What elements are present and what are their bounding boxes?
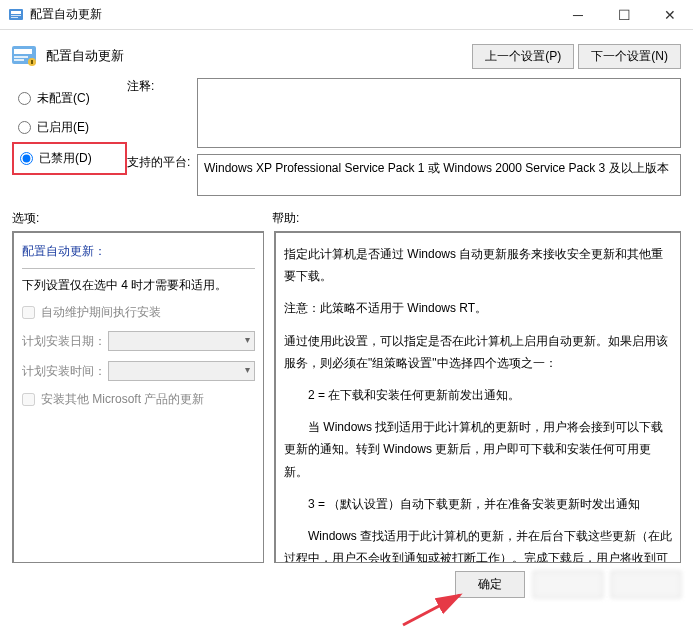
help-p3: 通过使用此设置，可以指定是否在此计算机上启用自动更新。如果启用该服务，则必须在"… bbox=[284, 330, 672, 374]
plan-day-select[interactable] bbox=[108, 331, 255, 351]
ok-button[interactable]: 确定 bbox=[455, 571, 525, 598]
svg-rect-9 bbox=[31, 60, 33, 64]
plan-day-row: 计划安装日期： bbox=[22, 331, 255, 351]
options-panel: 配置自动更新： 下列设置仅在选中 4 时才需要和适用。 自动维护期间执行安装 计… bbox=[12, 231, 264, 563]
svg-rect-7 bbox=[14, 59, 24, 61]
platform-label: 支持的平台: bbox=[127, 154, 197, 196]
radio-disabled-input[interactable] bbox=[20, 152, 33, 165]
radio-disabled[interactable]: 已禁用(D) bbox=[12, 142, 127, 175]
window-controls: ─ ☐ ✕ bbox=[555, 0, 693, 30]
plan-time-label: 计划安装时间： bbox=[22, 363, 108, 380]
divider bbox=[22, 268, 255, 269]
plan-day-label: 计划安装日期： bbox=[22, 333, 108, 350]
help-p6: 3 = （默认设置）自动下载更新，并在准备安装更新时发出通知 bbox=[284, 493, 672, 515]
help-panel[interactable]: 指定此计算机是否通过 Windows 自动更新服务来接收安全更新和其他重要下载。… bbox=[274, 231, 681, 563]
window-icon bbox=[8, 7, 24, 23]
maximize-button[interactable]: ☐ bbox=[601, 0, 647, 30]
page-title: 配置自动更新 bbox=[46, 47, 468, 65]
minimize-button[interactable]: ─ bbox=[555, 0, 601, 30]
plan-time-select[interactable] bbox=[108, 361, 255, 381]
svg-rect-2 bbox=[11, 15, 21, 16]
plan-time-row: 计划安装时间： bbox=[22, 361, 255, 381]
svg-rect-6 bbox=[14, 56, 28, 58]
radio-disabled-label: 已禁用(D) bbox=[39, 150, 92, 167]
radio-column: 未配置(C) 已启用(E) 已禁用(D) bbox=[12, 78, 127, 196]
policy-icon bbox=[10, 42, 38, 70]
notes-label: 注释: bbox=[127, 78, 197, 148]
svg-rect-0 bbox=[9, 9, 23, 20]
close-button[interactable]: ✕ bbox=[647, 0, 693, 30]
help-p5: 当 Windows 找到适用于此计算机的更新时，用户将会接到可以下载更新的通知。… bbox=[284, 416, 672, 483]
help-p2: 注意：此策略不适用于 Windows RT。 bbox=[284, 297, 672, 319]
platform-text: Windows XP Professional Service Pack 1 或… bbox=[197, 154, 681, 196]
radio-not-configured-input[interactable] bbox=[18, 92, 31, 105]
help-label: 帮助: bbox=[272, 210, 299, 227]
help-p4: 2 = 在下载和安装任何更新前发出通知。 bbox=[284, 384, 672, 406]
footer: 确定 bbox=[0, 563, 693, 606]
checkbox-maintenance-label: 自动维护期间执行安装 bbox=[41, 304, 161, 321]
radio-enabled-input[interactable] bbox=[18, 121, 31, 134]
radio-enabled-label: 已启用(E) bbox=[37, 119, 89, 136]
header-row: 配置自动更新 上一个设置(P) 下一个设置(N) bbox=[0, 30, 693, 78]
radio-not-configured-label: 未配置(C) bbox=[37, 90, 90, 107]
titlebar: 配置自动更新 ─ ☐ ✕ bbox=[0, 0, 693, 30]
checkbox-other-products-input bbox=[22, 393, 35, 406]
radio-enabled[interactable]: 已启用(E) bbox=[12, 113, 127, 142]
help-p1: 指定此计算机是否通过 Windows 自动更新服务来接收安全更新和其他重要下载。 bbox=[284, 243, 672, 287]
svg-rect-5 bbox=[14, 49, 32, 54]
blurred-button-1[interactable] bbox=[533, 571, 603, 598]
options-label: 选项: bbox=[12, 210, 272, 227]
options-title: 配置自动更新： bbox=[22, 243, 255, 260]
help-p7: Windows 查找适用于此计算机的更新，并在后台下载这些更新（在此过程中，用户… bbox=[284, 525, 672, 563]
notes-textarea[interactable] bbox=[197, 78, 681, 148]
next-setting-button[interactable]: 下一个设置(N) bbox=[578, 44, 681, 69]
window-title: 配置自动更新 bbox=[30, 6, 555, 23]
svg-rect-1 bbox=[11, 11, 21, 14]
checkbox-other-products-label: 安装其他 Microsoft 产品的更新 bbox=[41, 391, 204, 408]
blurred-button-2[interactable] bbox=[611, 571, 681, 598]
checkbox-maintenance[interactable]: 自动维护期间执行安装 bbox=[22, 304, 255, 321]
prev-setting-button[interactable]: 上一个设置(P) bbox=[472, 44, 574, 69]
checkbox-other-products[interactable]: 安装其他 Microsoft 产品的更新 bbox=[22, 391, 255, 408]
checkbox-maintenance-input bbox=[22, 306, 35, 319]
svg-rect-3 bbox=[11, 17, 18, 18]
options-note: 下列设置仅在选中 4 时才需要和适用。 bbox=[22, 277, 255, 294]
radio-not-configured[interactable]: 未配置(C) bbox=[12, 84, 127, 113]
